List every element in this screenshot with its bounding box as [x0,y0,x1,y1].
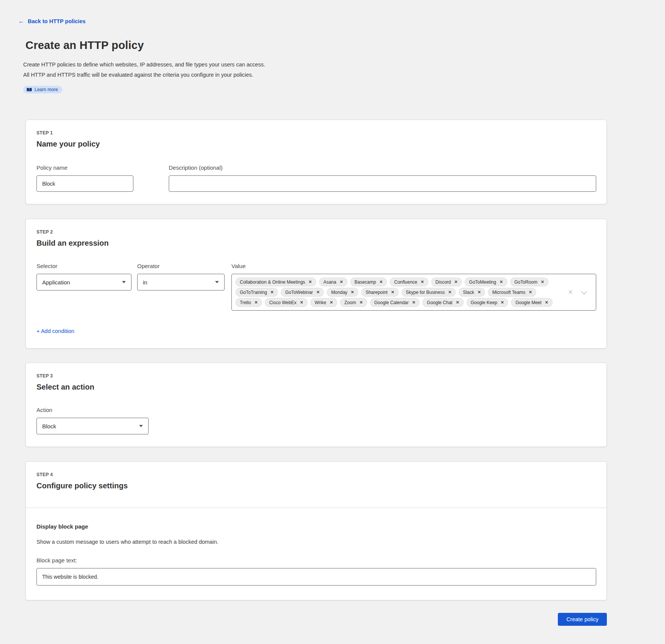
remove-tag-icon[interactable]: ✕ [329,300,333,305]
value-tag: Google Meet✕ [511,298,553,307]
selector-dropdown[interactable]: Application [36,274,131,290]
learn-more-label: Learn more [35,87,58,92]
value-tag-label: GoToRoom [515,279,538,285]
remove-tag-icon[interactable]: ✕ [351,290,354,294]
step4-heading: Configure policy settings [36,481,596,490]
value-tag: Skype for Business✕ [402,288,456,297]
back-link-label: Back to HTTP policies [28,18,86,24]
step2-label: STEP 2 [36,229,596,235]
value-tag-label: Wrike [315,300,326,305]
operator-dropdown[interactable]: in [137,274,225,290]
create-policy-button[interactable]: Create policy [558,613,607,626]
value-tag-label: Google Chat [427,300,452,305]
action-label: Action [36,407,149,413]
value-tag: Slack✕ [459,288,485,297]
page-subtitle: Create HTTP policies to define which web… [23,60,665,80]
value-tag: Google Calendar✕ [370,298,420,307]
book-icon [27,88,32,92]
back-to-http-policies-link[interactable]: ← Back to HTTP policies [18,18,86,24]
remove-tag-icon[interactable]: ✕ [317,290,320,294]
value-label: Value [231,263,596,269]
footer: Create policy [25,613,607,626]
policy-name-label: Policy name [36,164,133,171]
remove-tag-icon[interactable]: ✕ [391,290,394,294]
value-tag: Collaboration & Online Meetings✕ [236,278,316,286]
value-tag-label: Discord [435,279,451,285]
policy-name-input[interactable] [36,175,133,192]
chevron-down-icon[interactable] [581,289,587,294]
step3-card: STEP 3 Select an action Action Block [25,363,607,447]
value-tag: Monday✕ [327,288,358,297]
value-tag-label: Basecamp [355,279,376,285]
step1-heading: Name your policy [36,140,596,148]
display-block-page-heading: Display block page [36,523,596,530]
back-arrow-icon: ← [18,18,24,24]
step1-card: STEP 1 Name your policy Policy name Desc… [25,120,607,204]
value-tag-label: Monday [331,290,347,295]
block-page-text-input[interactable] [36,568,596,586]
value-tag: GoToMeeting✕ [465,278,507,286]
value-tag-label: Google Calendar [374,300,409,305]
remove-tag-icon[interactable]: ✕ [309,280,312,284]
remove-tag-icon[interactable]: ✕ [379,280,383,284]
add-condition-link[interactable]: + Add condition [36,328,74,334]
value-tag-label: Google Meet [515,300,542,305]
operator-value: in [143,279,147,286]
learn-more-button[interactable]: Learn more [23,86,62,93]
value-tag: Asana✕ [319,278,347,286]
description-label: Description (optional) [169,164,596,171]
value-tag: Microsoft Teams✕ [488,288,536,297]
operator-label: Operator [137,263,225,269]
remove-tag-icon[interactable]: ✕ [271,290,274,294]
remove-tag-icon[interactable]: ✕ [448,290,451,294]
remove-tag-icon[interactable]: ✕ [454,280,458,284]
value-tag: GoToWebinar✕ [281,288,324,297]
value-tag-label: Trello [240,300,251,305]
value-tag: Wrike✕ [310,298,337,307]
value-tag: Sharepoint✕ [361,288,399,297]
value-tag: GoToTraining✕ [236,288,278,297]
action-dropdown[interactable]: Block [36,418,149,434]
remove-tag-icon[interactable]: ✕ [340,280,343,284]
clear-all-icon[interactable]: ✕ [568,289,573,295]
value-tag: Cisco WebEx✕ [265,298,307,307]
remove-tag-icon[interactable]: ✕ [545,300,548,305]
subtitle-line-1: Create HTTP policies to define which web… [23,60,665,70]
chevron-down-icon [122,281,126,283]
value-tag: Discord✕ [431,278,462,286]
value-tag-label: Confluence [394,279,417,285]
value-tag-label: GoToTraining [240,290,267,295]
remove-tag-icon[interactable]: ✕ [456,300,459,305]
chevron-down-icon [139,425,143,427]
remove-tag-icon[interactable]: ✕ [500,280,503,284]
step3-heading: Select an action [36,383,596,391]
value-tag-label: Skype for Business [406,290,445,295]
remove-tag-icon[interactable]: ✕ [359,300,363,305]
page-title: Create an HTTP policy [25,39,665,52]
remove-tag-icon[interactable]: ✕ [421,280,424,284]
step4-card: STEP 4 Configure policy settings Display… [25,461,607,600]
value-tag-label: Sharepoint [366,290,388,295]
remove-tag-icon[interactable]: ✕ [541,280,544,284]
step4-label: STEP 4 [36,472,596,477]
value-tag: Basecamp✕ [350,278,387,286]
value-tag-label: Slack [463,290,474,295]
remove-tag-icon[interactable]: ✕ [529,290,532,294]
value-tag-label: GoToWebinar [285,290,313,295]
description-input[interactable] [169,175,596,192]
subtitle-line-2: All HTTP and HTTPS traffic will be evalu… [23,70,665,80]
step2-card: STEP 2 Build an expression Selector Appl… [25,219,607,349]
remove-tag-icon[interactable]: ✕ [255,300,258,305]
value-tag: Google Chat✕ [423,298,463,307]
value-tag-label: Zoom [344,300,356,305]
action-value: Block [42,423,56,429]
step2-heading: Build an expression [36,239,596,248]
value-tag-label: Microsoft Teams [492,290,525,295]
remove-tag-icon[interactable]: ✕ [300,300,303,305]
selector-label: Selector [36,263,131,269]
remove-tag-icon[interactable]: ✕ [478,290,481,294]
value-multiselect[interactable]: Collaboration & Online Meetings✕Asana✕Ba… [231,274,596,311]
selector-value: Application [42,279,70,286]
remove-tag-icon[interactable]: ✕ [501,300,504,305]
remove-tag-icon[interactable]: ✕ [412,300,416,305]
